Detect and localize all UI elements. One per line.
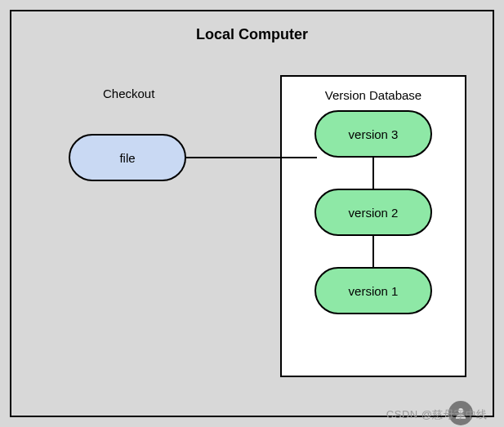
file-node: file bbox=[69, 134, 186, 181]
version-node-1: version 1 bbox=[314, 267, 432, 314]
version-node-2: version 2 bbox=[314, 189, 432, 236]
edge-v2-to-v1 bbox=[372, 236, 374, 267]
version-list: version 3 version 2 version 1 bbox=[282, 110, 465, 314]
diagram-title: Local Computer bbox=[11, 11, 493, 43]
version-node-label: version 3 bbox=[349, 127, 399, 141]
local-computer-box: Local Computer Checkout file Version Dat… bbox=[10, 10, 494, 417]
version-database-box: Version Database version 3 version 2 ver… bbox=[280, 75, 466, 377]
edge-file-to-version3 bbox=[186, 157, 317, 158]
version-database-label: Version Database bbox=[282, 77, 465, 110]
edge-v3-to-v2 bbox=[372, 158, 374, 189]
version-node-3: version 3 bbox=[314, 110, 432, 158]
version-node-label: version 1 bbox=[349, 284, 399, 298]
checkout-label: Checkout bbox=[103, 87, 154, 100]
file-node-label: file bbox=[119, 151, 135, 165]
version-node-label: version 2 bbox=[349, 206, 399, 220]
